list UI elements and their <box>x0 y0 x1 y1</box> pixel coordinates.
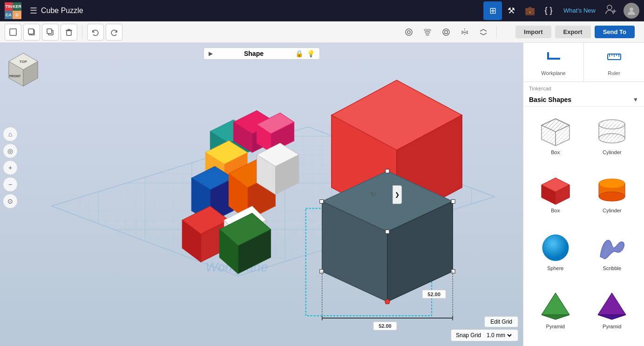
shape-name-cylinder-orange: Cylinder <box>603 208 621 213</box>
shapes-grid: Box <box>523 107 644 346</box>
zoom-in-button[interactable]: + <box>3 160 18 175</box>
whats-new-button[interactable]: What's New <box>558 0 601 21</box>
view-cube[interactable]: TOP FRONT <box>5 47 42 89</box>
svg-rect-87 <box>547 52 549 60</box>
shape-item-sphere-blue[interactable]: Sphere <box>529 228 582 283</box>
add-user-icon[interactable] <box>604 3 617 19</box>
category-dropdown[interactable]: Basic Shapes ▼ <box>523 93 644 107</box>
grid-view-icon[interactable]: ⊞ <box>483 1 502 20</box>
shape-name-sphere-blue: Sphere <box>547 265 563 271</box>
ruler-icon <box>606 48 623 68</box>
redo-button[interactable] <box>106 24 122 41</box>
workplane-icon <box>545 48 562 68</box>
flip-tool[interactable] <box>475 24 492 41</box>
mirror-tool[interactable] <box>456 24 473 41</box>
shape-item-box-red[interactable]: Box <box>529 170 582 225</box>
import-button[interactable]: Import <box>515 26 551 38</box>
copy-button[interactable] <box>23 24 40 41</box>
svg-rect-4 <box>10 29 16 35</box>
right-panel: Workplane Ruler Tinkercad <box>523 43 644 346</box>
logo-tin: TIN <box>5 2 13 11</box>
menu-icon[interactable]: ☰ <box>30 6 37 16</box>
svg-point-0 <box>607 5 612 10</box>
home-view-button[interactable]: ⌂ <box>3 127 18 142</box>
workplane-tool[interactable]: Workplane <box>523 43 584 81</box>
toolbar-right-tools <box>400 24 492 41</box>
shape-light-icon[interactable]: 💡 <box>307 50 315 57</box>
svg-marker-114 <box>542 293 569 315</box>
svg-point-110 <box>599 179 625 188</box>
shape-item-pyramid-purple[interactable]: Pyramid <box>586 286 639 341</box>
svg-rect-71 <box>320 270 324 273</box>
new-button[interactable] <box>5 24 21 41</box>
svg-point-12 <box>407 31 410 34</box>
svg-rect-86 <box>547 58 560 60</box>
svg-point-74 <box>385 299 390 304</box>
shape-item-box-gray[interactable]: Box <box>529 112 582 167</box>
view-cube-svg: TOP FRONT <box>5 47 42 89</box>
shape-expand-arrow[interactable]: ▶ <box>209 50 213 57</box>
send-to-button[interactable]: Send To <box>595 26 635 38</box>
shape-item-pyramid-green[interactable]: Pyramid <box>529 286 582 341</box>
zoom-out-button[interactable]: − <box>3 177 18 192</box>
panel-collapse-arrow[interactable]: ❯ <box>393 185 402 204</box>
bottom-controls: Edit Grid Snap Grid 1.0 mm 0.5 mm 2.0 mm <box>451 316 518 341</box>
shape-preview-cylinder-gray <box>593 115 630 148</box>
snap-grid-dropdown[interactable]: 1.0 mm 0.5 mm 2.0 mm <box>485 332 513 339</box>
duplicate-button[interactable] <box>42 24 59 41</box>
svg-rect-68 <box>386 169 389 173</box>
workplane-label: Workplane <box>541 70 565 76</box>
svg-marker-19 <box>462 31 464 34</box>
shape-name-box-red: Box <box>551 208 560 213</box>
shape-preview-pyramid-green <box>537 289 574 322</box>
svg-point-3 <box>630 7 633 11</box>
view-all-button[interactable]: ⊙ <box>3 194 18 209</box>
logo-d: D <box>13 11 21 19</box>
svg-rect-69 <box>451 200 455 204</box>
shape-item-cylinder-gray[interactable]: Cylinder <box>586 112 639 167</box>
svg-rect-6 <box>28 29 34 34</box>
cube-container: TOP FRONT <box>5 47 42 89</box>
main-area: ▶ Shape 🔒 💡 TOP FRONT <box>0 43 644 346</box>
user-avatar[interactable] <box>624 3 639 19</box>
category-name: Basic Shapes <box>529 96 571 103</box>
svg-text:FRONT: FRONT <box>9 75 21 78</box>
ruler-tool[interactable]: Ruler <box>584 43 644 81</box>
svg-marker-20 <box>465 31 468 34</box>
delete-button[interactable] <box>61 24 77 41</box>
3d-viewport[interactable]: ▶ Shape 🔒 💡 TOP FRONT <box>0 43 523 346</box>
shape-name-cylinder-gray: Cylinder <box>603 149 621 155</box>
export-button[interactable]: Export <box>555 26 591 38</box>
build-icon[interactable]: ⚒ <box>502 1 521 20</box>
briefcase-icon[interactable]: 💼 <box>521 1 539 20</box>
svg-point-11 <box>406 29 412 35</box>
shape-name-pyramid-green: Pyramid <box>546 324 565 329</box>
orbit-button[interactable]: ◎ <box>3 143 18 158</box>
shape-panel: ▶ Shape 🔒 💡 <box>203 47 320 60</box>
svg-text:TOP: TOP <box>20 60 27 64</box>
undo-button[interactable] <box>87 24 104 41</box>
shape-item-scribble[interactable]: Scribble <box>586 228 639 283</box>
align-tool[interactable] <box>419 24 436 41</box>
snap-grid-row: Snap Grid 1.0 mm 0.5 mm 2.0 mm <box>451 329 518 341</box>
edit-grid-button[interactable]: Edit Grid <box>484 316 518 327</box>
shape-lock-icon[interactable]: 🔒 <box>295 50 303 57</box>
svg-point-16 <box>443 29 449 35</box>
svg-rect-70 <box>386 230 389 234</box>
tinkercad-logo[interactable]: TIN KER CA D <box>5 2 21 19</box>
shape-name-pyramid-purple: Pyramid <box>603 324 621 329</box>
logo-ca: CA <box>5 11 13 19</box>
action-buttons: Import Export Send To <box>511 26 639 38</box>
shape-name-scribble: Scribble <box>603 265 621 271</box>
scene-canvas: Workplane <box>0 43 523 346</box>
code-icon[interactable]: { } <box>539 1 558 20</box>
toolbar-divider-2 <box>496 26 497 39</box>
svg-rect-14 <box>425 32 430 33</box>
magnet-tool[interactable] <box>400 24 417 41</box>
document-title[interactable]: Cube Puzzle <box>41 7 83 15</box>
svg-rect-8 <box>47 29 52 34</box>
shape-preview-scribble <box>593 231 630 264</box>
group-tool[interactable] <box>438 24 454 41</box>
shape-panel-title: Shape <box>217 50 291 57</box>
shape-item-cylinder-orange[interactable]: Cylinder <box>586 170 639 225</box>
